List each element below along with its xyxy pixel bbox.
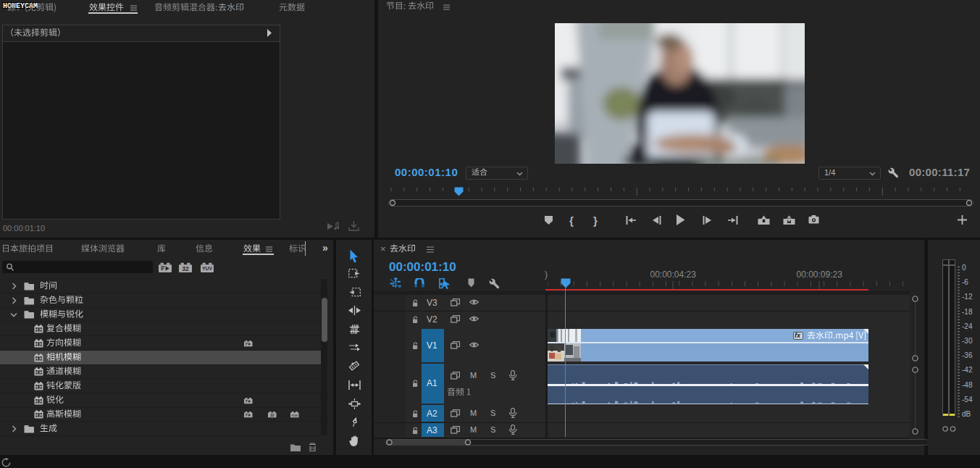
svg-text:32: 32 [182, 265, 189, 272]
svg-text:YUV: YUV [291, 414, 298, 417]
svg-text:YUV: YUV [202, 266, 213, 271]
svg-text:32: 32 [270, 413, 275, 417]
